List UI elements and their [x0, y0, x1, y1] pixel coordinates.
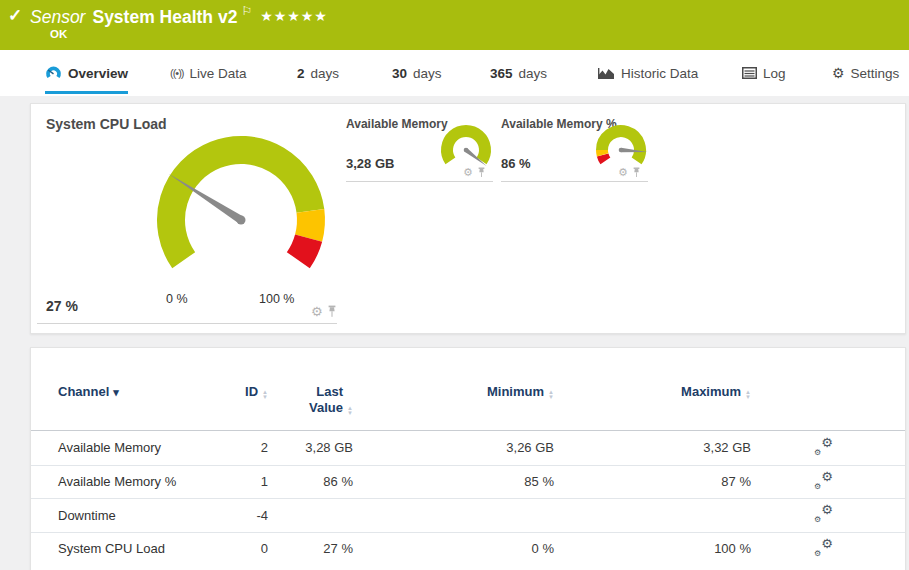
sensor-tab-bar: Overview ((•)) Live Data 2 days 30 days … [0, 50, 909, 96]
col-header-maximum[interactable]: Maximum▲▼ [554, 384, 751, 400]
gauge-icon [45, 66, 62, 81]
channels-table-panel: Channel▾ ID▲▼ Last Value▲▼ Minimum▲▼ Max… [30, 347, 906, 570]
edit-channel-gears-icon[interactable]: ⚙⚙ [814, 505, 833, 522]
tab-overview[interactable]: Overview [45, 50, 128, 96]
tab-live-data[interactable]: ((•)) Live Data [170, 50, 247, 96]
priority-stars[interactable]: ★★★★★ [260, 8, 328, 24]
status-ok-check-icon: ✓ [8, 5, 22, 26]
pin-icon[interactable] [477, 167, 486, 178]
cpu-gauge-max-label: 100 % [259, 292, 294, 306]
cpu-gauge-value: 27 % [46, 298, 78, 314]
edit-channel-gears-icon[interactable]: ⚙⚙ [814, 539, 833, 556]
tab-live-data-label: Live Data [190, 66, 247, 81]
channel-name: Available Memory % [58, 474, 218, 489]
tab-365-days[interactable]: 365 days [490, 50, 547, 96]
sort-caret-icon: ▾ [113, 386, 119, 398]
gear-icon[interactable]: ⚙ [463, 166, 473, 179]
object-kind-label: Sensor [30, 7, 85, 27]
tab-overview-label: Overview [68, 66, 128, 81]
memory-gauge-title: Available Memory [346, 117, 448, 131]
memory-pct-gauge-value: 86 % [501, 156, 531, 171]
table-header-row: Channel▾ ID▲▼ Last Value▲▼ Minimum▲▼ Max… [31, 384, 905, 416]
table-row[interactable]: System CPU Load 0 27 % 0 % 100 % ⚙⚙ [31, 532, 905, 566]
tab-settings-label: Settings [851, 66, 900, 81]
tab-2-days[interactable]: 2 days [297, 50, 339, 96]
tab-log-label: Log [763, 66, 786, 81]
tab-historic-label: Historic Data [621, 66, 698, 81]
tab-log[interactable]: Log [742, 50, 786, 96]
channel-name: System CPU Load [58, 541, 218, 556]
tab-settings[interactable]: ⚙ Settings [832, 50, 899, 96]
broadcast-icon: ((•)) [170, 67, 184, 79]
channel-name: Available Memory [58, 440, 218, 455]
cpu-gauge-min-label: 0 % [166, 292, 188, 306]
gear-icon[interactable]: ⚙ [311, 304, 323, 319]
table-body: Available Memory 2 3,28 GB 3,26 GB 3,32 … [31, 431, 905, 565]
col-header-channel[interactable]: Channel▾ [58, 384, 218, 400]
sensor-header: ✓ SensorSystem Health v2⚐★★★★★ OK [0, 0, 909, 50]
status-badge: OK [50, 28, 67, 40]
gear-icon: ⚙ [832, 65, 845, 81]
area-chart-icon [598, 67, 615, 80]
flag-icon[interactable]: ⚐ [241, 4, 252, 18]
sort-arrows-icon[interactable]: ▲▼ [347, 406, 353, 416]
memory-gauge-value: 3,28 GB [346, 156, 394, 171]
gauges-panel: System CPU Load 0 % 100 % 27 % ⚙ Availab… [30, 103, 906, 334]
gear-icon[interactable]: ⚙ [618, 166, 628, 179]
edit-channel-gears-icon[interactable]: ⚙⚙ [814, 472, 833, 489]
col-header-last-value[interactable]: Last Value▲▼ [268, 384, 353, 416]
cpu-gauge [146, 128, 336, 300]
log-list-icon [742, 67, 757, 79]
tab-30-days[interactable]: 30 days [392, 50, 442, 96]
col-header-minimum[interactable]: Minimum▲▼ [353, 384, 554, 400]
table-row[interactable]: Downtime -4 ⚙⚙ [31, 498, 905, 532]
table-row[interactable]: Available Memory 2 3,28 GB 3,26 GB 3,32 … [31, 431, 905, 465]
pin-icon[interactable] [327, 305, 337, 318]
table-row[interactable]: Available Memory % 1 86 % 85 % 87 % ⚙⚙ [31, 465, 905, 499]
tab-historic-data[interactable]: Historic Data [598, 50, 698, 96]
pin-icon[interactable] [632, 167, 641, 178]
edit-channel-gears-icon[interactable]: ⚙⚙ [814, 438, 833, 455]
page-title: System Health v2 [92, 7, 237, 27]
sort-arrows-icon[interactable]: ▲▼ [745, 390, 751, 400]
channel-name: Downtime [58, 508, 218, 523]
col-header-id[interactable]: ID▲▼ [218, 384, 268, 400]
active-tab-underline [45, 91, 128, 94]
